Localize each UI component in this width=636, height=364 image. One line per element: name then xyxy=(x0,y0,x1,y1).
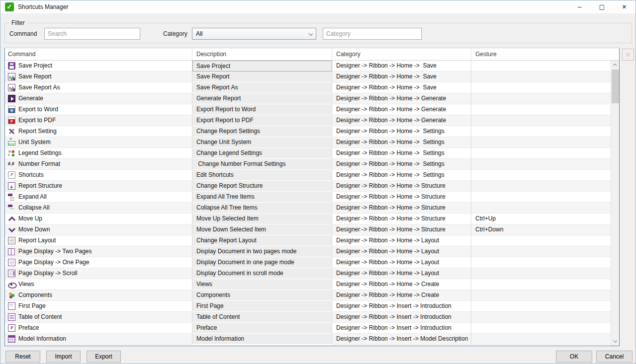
gesture-cell[interactable] xyxy=(471,334,611,345)
maximize-button[interactable]: □ xyxy=(591,0,613,13)
description-cell: Edit Shortcuts xyxy=(192,170,332,181)
scroll-down-button[interactable] xyxy=(611,337,620,346)
description-cell: Preface xyxy=(192,323,332,334)
window-controls: − □ ✕ xyxy=(568,0,636,13)
app-check-icon: ✓ xyxy=(5,2,14,11)
category-cell: Designer -> Ribbon -> Home -> Structure xyxy=(332,192,471,203)
category-cell: Designer -> Ribbon -> Home -> Layout xyxy=(332,268,471,279)
table-row[interactable]: Save Report AsSave Report AsDesigner -> … xyxy=(5,82,611,93)
table-row[interactable]: Report SettingChange Report SettingsDesi… xyxy=(5,126,611,137)
description-cell: Change Report Structure xyxy=(192,181,332,192)
table-row[interactable]: Collapse AllCollapse All Tree ItemsDesig… xyxy=(5,203,611,214)
gesture-cell[interactable] xyxy=(471,290,611,301)
gesture-cell[interactable] xyxy=(471,126,611,137)
table-row[interactable]: Model InformationModel InformationDesign… xyxy=(5,334,611,345)
export-button[interactable]: Export xyxy=(87,351,121,363)
expand-all-icon xyxy=(8,193,15,201)
command-label: Views xyxy=(18,279,34,290)
reset-button[interactable]: Reset xyxy=(5,351,40,363)
table-row[interactable]: Report LayoutChange Report LayoutDesigne… xyxy=(5,235,611,246)
table-row[interactable]: Unit SystemChange Unit SystemDesigner ->… xyxy=(5,137,611,148)
import-button[interactable]: Import xyxy=(46,351,81,363)
gesture-cell[interactable] xyxy=(471,82,611,93)
gesture-cell[interactable] xyxy=(471,323,611,334)
chevron-up-icon xyxy=(613,64,617,68)
table-row[interactable]: Export to PDFExport Report to PDFDesigne… xyxy=(5,115,611,126)
table-row[interactable]: ViewsViewsDesigner -> Ribbon -> Home -> … xyxy=(5,279,611,290)
gesture-cell[interactable] xyxy=(471,61,611,72)
description-cell: Move Down Selected Item xyxy=(192,224,332,235)
column-header-description[interactable]: Description xyxy=(192,48,332,60)
gesture-cell[interactable] xyxy=(471,235,611,246)
table-row[interactable]: ComponentsComponentsDesigner -> Ribbon -… xyxy=(5,290,611,301)
table-row[interactable]: GenerateGenerate ReportDesigner -> Ribbo… xyxy=(5,93,611,104)
gesture-cell[interactable] xyxy=(471,93,611,104)
table-row[interactable]: Move UpMove Up Selected ItemDesigner -> … xyxy=(5,214,611,224)
table-row[interactable]: Move DownMove Down Selected ItemDesigner… xyxy=(5,224,611,235)
command-label: Save Project xyxy=(18,61,52,71)
column-header-command[interactable]: Command xyxy=(5,48,192,60)
gesture-cell[interactable] xyxy=(471,192,611,203)
command-label: Generate xyxy=(18,93,43,104)
gesture-cell[interactable] xyxy=(471,312,611,323)
command-label: Shortcuts xyxy=(18,170,44,180)
table-row[interactable]: PrefacePrefaceDesigner -> Ribbon -> Inse… xyxy=(5,323,611,334)
save-report-icon xyxy=(8,73,15,80)
gesture-cell[interactable] xyxy=(471,72,611,82)
gesture-cell[interactable] xyxy=(471,268,611,279)
gesture-cell[interactable] xyxy=(471,148,611,159)
table-row[interactable]: Page Display -> ScrollDisplay Document i… xyxy=(5,268,611,279)
column-header-category[interactable]: Category xyxy=(332,48,471,60)
command-label: First Page xyxy=(18,301,46,311)
gesture-cell[interactable] xyxy=(471,159,611,170)
table-row[interactable]: Number Format Change Number Format Setti… xyxy=(5,159,611,170)
minimize-button[interactable]: − xyxy=(568,0,591,13)
report-layout-icon xyxy=(8,237,15,244)
command-label: Page Display -> One Page xyxy=(18,257,89,268)
scrollbar-thumb[interactable] xyxy=(612,70,619,103)
category-cell: Designer -> Ribbon -> Insert -> Model De… xyxy=(332,334,471,345)
gesture-cell[interactable] xyxy=(471,115,611,126)
ok-button[interactable]: OK xyxy=(556,351,592,363)
table-row[interactable]: Report StructureChange Report StructureD… xyxy=(5,181,611,192)
table-row[interactable]: Export to WordExport Report to WordDesig… xyxy=(5,104,611,115)
table-row[interactable]: Legend SettingsChange Legend SettingsDes… xyxy=(5,148,611,159)
command-label: Save Report As xyxy=(18,82,60,93)
table-row[interactable]: Page Display -> Two PagesDisplay Documen… xyxy=(5,246,611,257)
gesture-cell[interactable] xyxy=(471,203,611,214)
table-row[interactable]: Save ProjectSave ProjectDesigner -> Ribb… xyxy=(5,61,611,72)
table-row[interactable]: Save ReportSave ReportDesigner -> Ribbon… xyxy=(5,72,611,82)
gesture-cell[interactable] xyxy=(471,301,611,312)
command-label: Report Structure xyxy=(18,181,62,191)
gesture-cell[interactable] xyxy=(471,181,611,192)
category-select-value: All xyxy=(196,30,202,37)
gesture-cell[interactable] xyxy=(471,246,611,257)
gesture-cell[interactable]: Ctrl+Down xyxy=(471,224,611,235)
scroll-up-button[interactable] xyxy=(611,61,620,69)
close-button[interactable]: ✕ xyxy=(613,0,636,13)
gesture-cell[interactable] xyxy=(471,104,611,115)
vertical-scrollbar[interactable] xyxy=(611,61,619,346)
gesture-cell[interactable] xyxy=(471,257,611,268)
table-row[interactable]: Page Display -> One PageDisplay Document… xyxy=(5,257,611,268)
table-row[interactable]: Expand AllExpand All Tree ItemsDesigner … xyxy=(5,192,611,203)
gesture-cell[interactable] xyxy=(471,137,611,148)
command-search-input[interactable] xyxy=(44,28,140,40)
category-cell: Designer -> Ribbon -> Home -> Create xyxy=(332,279,471,290)
command-label: Components xyxy=(18,290,52,300)
cancel-button[interactable]: Cancel xyxy=(596,351,633,363)
delete-gesture-button[interactable]: ✕ xyxy=(622,49,634,61)
category-filter-input[interactable] xyxy=(323,28,422,40)
column-header-gesture[interactable]: Gesture xyxy=(471,48,619,60)
table-row[interactable]: First PageFirst PageDesigner -> Ribbon -… xyxy=(5,301,611,312)
table-row[interactable]: Table of ContentTable of ContentDesigner… xyxy=(5,312,611,323)
gesture-cell[interactable]: Ctrl+Up xyxy=(471,214,611,224)
gesture-cell[interactable] xyxy=(471,279,611,290)
gesture-cell[interactable] xyxy=(471,170,611,181)
category-cell: Designer -> Ribbon -> Home -> Generate xyxy=(332,104,471,115)
command-cell: Model Information xyxy=(5,334,192,345)
table-row[interactable]: ShortcutsEdit ShortcutsDesigner -> Ribbo… xyxy=(5,170,611,181)
category-cell: Designer -> Ribbon -> Home -> Structure xyxy=(332,214,471,224)
description-cell: Display Document in one page mode xyxy=(192,257,332,268)
category-select[interactable]: All xyxy=(192,28,316,40)
